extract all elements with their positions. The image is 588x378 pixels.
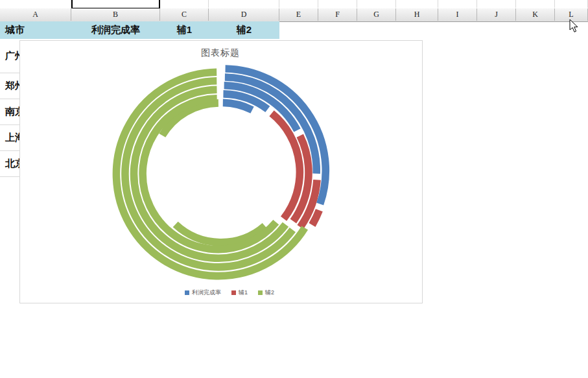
mouse-cursor-icon [569,19,578,36]
partial-cell[interactable] [318,0,357,8]
legend-swatch-icon [258,290,263,295]
column-header-J[interactable]: J [477,8,516,21]
partial-cell[interactable] [555,0,588,8]
active-cell-outline [71,0,160,9]
column-header-K[interactable]: K [516,8,555,21]
legend-item-2[interactable]: 辅2 [258,289,274,297]
legend-item-0[interactable]: 利润完成率 [185,289,221,297]
column-header-B[interactable]: B [71,8,160,21]
column-header-C[interactable]: C [160,8,209,21]
chart-object[interactable]: 图表标题 利润完成率辅1辅2 [19,40,423,303]
legend-label: 辅1 [239,289,248,297]
table-header-row: 城市利润完成率辅1辅2 [0,21,279,39]
ring-郑州-辅2-arc[interactable] [143,99,276,250]
header-cell-2[interactable]: 辅1 [160,21,209,39]
legend-swatch-icon [185,290,189,295]
header-cell-1[interactable]: 利润完成率 [71,21,160,39]
chart-legend[interactable]: 利润完成率辅1辅2 [29,289,430,297]
partial-cell[interactable] [0,0,71,8]
column-header-E[interactable]: E [279,8,318,21]
legend-item-1[interactable]: 辅1 [231,289,248,297]
partial-cell[interactable] [516,0,555,8]
partial-cell[interactable] [477,0,516,8]
partial-cell[interactable] [357,0,396,8]
column-header-F[interactable]: F [318,8,357,21]
column-header-I[interactable]: I [438,8,477,21]
header-cell-3[interactable]: 辅2 [209,21,279,39]
ring-上海-利润完成率-arc[interactable] [225,77,316,174]
column-header-D[interactable]: D [209,8,279,21]
column-header-G[interactable]: G [357,8,396,21]
partial-cell[interactable] [209,0,279,8]
header-cell-0[interactable]: 城市 [0,21,71,39]
ring-北京-辅1-arc[interactable] [312,210,320,225]
column-header-H[interactable]: H [396,8,438,21]
partial-cell[interactable] [438,0,477,8]
partial-top-row [0,0,588,8]
legend-label: 辅2 [265,289,274,297]
partial-cell[interactable] [279,0,318,8]
legend-label: 利润完成率 [192,289,221,297]
ring-广州-利润完成率-arc[interactable] [223,102,252,110]
legend-swatch-icon [231,290,236,295]
partial-cell[interactable] [396,0,438,8]
column-header-band: ABCDEFGHIJKL [0,8,588,22]
partial-cell[interactable] [160,0,209,8]
column-header-A[interactable]: A [0,8,71,21]
doughnut-chart[interactable] [20,41,421,301]
